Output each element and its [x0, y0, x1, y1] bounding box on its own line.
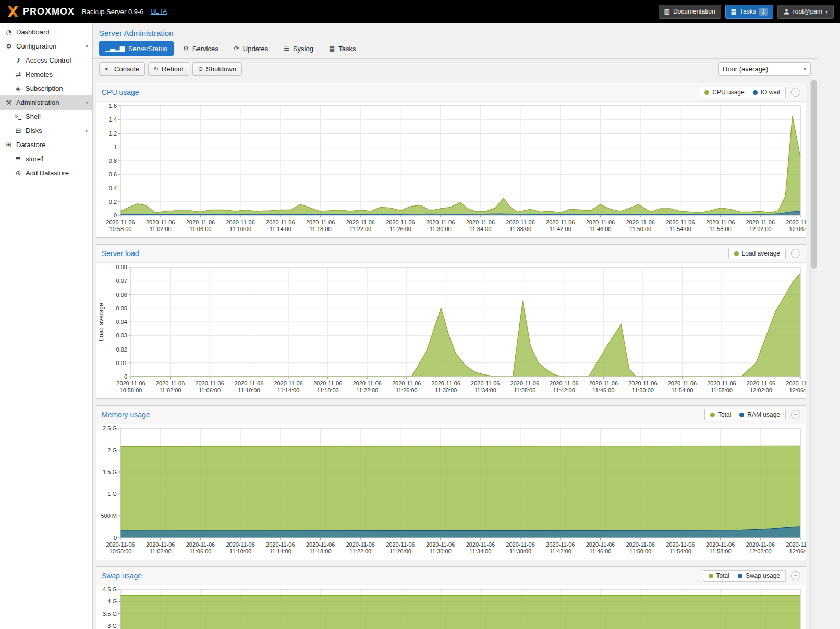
chart-legend: TotalRAM usage	[704, 409, 786, 420]
svg-text:11:58:00: 11:58:00	[711, 387, 733, 393]
svg-text:11:54:00: 11:54:00	[671, 387, 693, 393]
tasks-button[interactable]: ▤ Tasks 1	[725, 5, 773, 19]
chevron-down-icon[interactable]: ▾	[86, 100, 88, 105]
svg-text:2020-11-06: 2020-11-06	[626, 541, 654, 548]
svg-text:11:38:00: 11:38:00	[514, 387, 535, 393]
console-label: Console	[114, 65, 139, 73]
legend-item[interactable]: Total	[710, 411, 731, 418]
chevron-down-icon[interactable]: ▾	[86, 43, 88, 49]
sidebar-item-add-datastore[interactable]: ⊕ Add Datastore	[0, 166, 92, 180]
svg-text:2020-11-06: 2020-11-06	[706, 541, 735, 548]
svg-text:11:22:00: 11:22:00	[356, 387, 378, 393]
tab-bar: ▁▄▂▆ ServerStatus ⚙ Services ⟳ Updates ☰…	[93, 41, 817, 59]
svg-text:2020-11-06: 2020-11-06	[352, 380, 381, 386]
tab-syslog[interactable]: ☰ Syslog	[277, 41, 320, 56]
legend-item[interactable]: CPU usage	[704, 89, 744, 96]
svg-text:0.08: 0.08	[116, 264, 127, 270]
charts-container: CPU usage CPU usageIO wait − 00.20.40.60…	[93, 79, 810, 629]
tab-tasks[interactable]: ▤ Tasks	[323, 41, 362, 56]
svg-text:2020-11-06: 2020-11-06	[471, 380, 500, 386]
svg-text:2020-11-06: 2020-11-06	[186, 219, 215, 225]
layout: ◔ Dashboard ⚙ Configuration ▾ ⚷ Access C…	[0, 23, 840, 629]
svg-text:11:10:00: 11:10:00	[229, 226, 251, 232]
svg-text:2020-11-06: 2020-11-06	[668, 380, 697, 386]
reboot-button[interactable]: ↻ Reboot	[148, 62, 189, 76]
vertical-scrollbar[interactable]	[810, 79, 817, 629]
collapse-icon[interactable]: −	[791, 410, 800, 419]
legend-item[interactable]: Total	[709, 572, 729, 579]
svg-text:2020-11-06: 2020-11-06	[392, 380, 421, 386]
sidebar-item-disks[interactable]: ⊟ Disks ▸	[0, 124, 92, 138]
scrollbar-thumb[interactable]	[811, 80, 817, 269]
svg-text:11:42:00: 11:42:00	[550, 548, 571, 554]
panel-header: Memory usage TotalRAM usage −	[96, 406, 806, 424]
chart-legend: CPU usageIO wait	[699, 87, 786, 98]
svg-text:2020-11-06: 2020-11-06	[306, 219, 335, 225]
collapse-icon[interactable]: −	[791, 249, 800, 258]
svg-text:2020-11-06: 2020-11-06	[628, 380, 657, 386]
legend-dot	[738, 574, 742, 578]
tab-label: Tasks	[338, 45, 356, 53]
svg-text:11:26:00: 11:26:00	[389, 548, 411, 554]
svg-text:0.06: 0.06	[116, 292, 127, 298]
shutdown-button[interactable]: ⊙ Shutdown	[192, 62, 242, 76]
console-button[interactable]: >_ Console	[99, 62, 145, 76]
sidebar-item-configuration[interactable]: ⚙ Configuration ▾	[0, 39, 92, 53]
svg-text:11:54:00: 11:54:00	[669, 548, 691, 554]
sidebar-item-shell[interactable]: >_ Shell	[0, 110, 92, 124]
sidebar-item-access-control[interactable]: ⚷ Access Control	[0, 53, 92, 67]
svg-text:2020-11-06: 2020-11-06	[186, 541, 215, 548]
sidebar-item-datastore[interactable]: ⊞ Datastore	[0, 138, 92, 152]
sidebar-item-label: store1	[26, 155, 44, 163]
svg-text:11:06:00: 11:06:00	[189, 226, 211, 232]
user-menu-button[interactable]: root@pam ▾	[777, 5, 834, 19]
svg-text:2020-11-06: 2020-11-06	[506, 219, 534, 225]
sidebar-item-label: Disks	[26, 127, 42, 135]
tasks-count-badge: 1	[759, 8, 768, 16]
sidebar-item-store1[interactable]: ≣ store1	[0, 152, 92, 166]
terminal-icon: >_	[14, 114, 23, 119]
svg-text:0.03: 0.03	[116, 332, 127, 338]
sidebar-item-subscription[interactable]: ◈ Subscription	[0, 81, 92, 95]
collapse-icon[interactable]: −	[791, 571, 800, 580]
svg-text:0.07: 0.07	[116, 277, 127, 284]
svg-text:2020-11-06: 2020-11-06	[432, 380, 460, 386]
chevron-right-icon[interactable]: ▸	[86, 128, 88, 134]
subscription-icon: ◈	[14, 84, 23, 92]
tab-serverstatus[interactable]: ▁▄▂▆ ServerStatus	[99, 41, 174, 56]
svg-text:2020-11-06: 2020-11-06	[626, 219, 654, 225]
sidebar-item-remotes[interactable]: ⇄ Remotes	[0, 67, 92, 81]
svg-text:2020-11-06: 2020-11-06	[195, 380, 224, 386]
svg-text:2020-11-06: 2020-11-06	[306, 541, 335, 548]
shutdown-label: Shutdown	[206, 65, 236, 73]
gear-icon: ⚙	[4, 42, 14, 50]
svg-text:10:58:00: 10:58:00	[109, 548, 132, 554]
sidebar-item-administration[interactable]: ⚒ Administration ▾	[0, 95, 92, 110]
legend-item[interactable]: RAM usage	[739, 411, 780, 418]
documentation-button[interactable]: ▥ Documentation	[659, 5, 721, 19]
svg-text:2020-11-06: 2020-11-06	[313, 380, 342, 386]
collapse-icon[interactable]: −	[791, 88, 800, 97]
chevron-down-icon: ▾	[825, 9, 828, 15]
beta-link[interactable]: BETA	[151, 8, 167, 15]
svg-text:3 G: 3 G	[107, 623, 117, 629]
legend-item[interactable]: Load average	[734, 250, 780, 257]
svg-text:0.4: 0.4	[109, 185, 117, 191]
chevron-down-icon: ▾	[804, 66, 806, 72]
topbar-actions: ▥ Documentation ▤ Tasks 1 root@pam ▾	[659, 5, 834, 19]
svg-text:0: 0	[124, 373, 127, 380]
svg-text:2020-11-06: 2020-11-06	[586, 219, 615, 225]
tab-services[interactable]: ⚙ Services	[177, 41, 225, 56]
legend-item[interactable]: Swap usage	[738, 572, 780, 579]
svg-text:11:18:00: 11:18:00	[310, 226, 332, 232]
svg-text:11:02:00: 11:02:00	[150, 548, 172, 554]
tab-updates[interactable]: ⟳ Updates	[228, 41, 274, 56]
svg-text:Load average: Load average	[98, 303, 105, 341]
svg-text:2020-11-06: 2020-11-06	[666, 541, 695, 548]
legend-item[interactable]: IO wait	[753, 89, 780, 96]
svg-text:2020-11-06: 2020-11-06	[666, 219, 695, 225]
sidebar-item-dashboard[interactable]: ◔ Dashboard	[0, 25, 92, 39]
svg-text:11:42:00: 11:42:00	[553, 387, 575, 393]
svg-text:2020-11-06: 2020-11-06	[506, 541, 534, 548]
timeframe-select[interactable]: Hour (average) ▾	[718, 62, 811, 76]
